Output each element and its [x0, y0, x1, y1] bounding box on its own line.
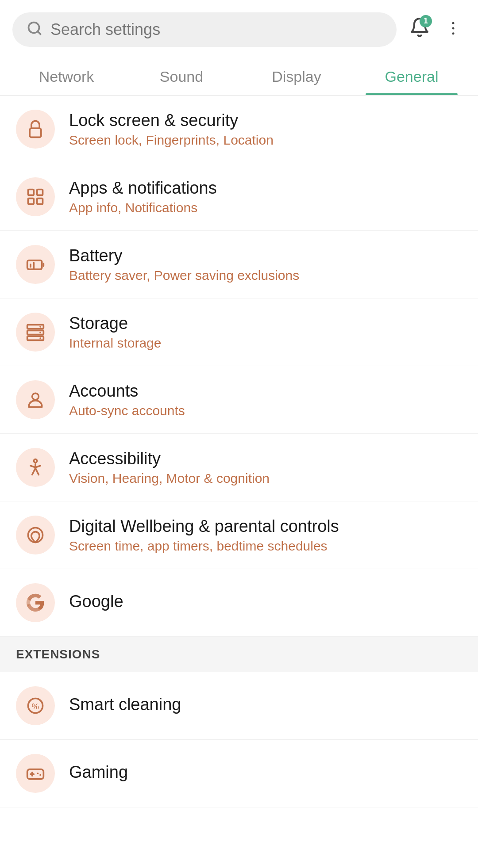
svg-rect-25 [27, 769, 44, 779]
search-bar[interactable] [12, 12, 397, 47]
wellbeing-subtitle: Screen time, app timers, bedtime schedul… [69, 539, 462, 554]
svg-rect-9 [37, 199, 43, 204]
svg-point-2 [452, 22, 455, 24]
svg-text:%: % [32, 702, 39, 711]
accounts-subtitle: Auto-sync accounts [69, 403, 462, 418]
header-actions: 1 [405, 13, 466, 46]
google-text: Google [69, 592, 462, 614]
tab-display[interactable]: Display [239, 56, 354, 95]
svg-point-26 [37, 772, 39, 774]
settings-item-gaming[interactable]: Gaming [0, 740, 478, 807]
settings-item-storage[interactable]: Storage Internal storage [0, 298, 478, 366]
settings-item-accessibility[interactable]: Accessibility Vision, Hearing, Motor & c… [0, 434, 478, 501]
settings-item-smart-cleaning[interactable]: % Smart cleaning [0, 672, 478, 740]
google-title: Google [69, 592, 462, 611]
cleaning-icon-circle: % [16, 686, 55, 725]
settings-item-apps-notifications[interactable]: Apps & notifications App info, Notificat… [0, 163, 478, 231]
accessibility-text: Accessibility Vision, Hearing, Motor & c… [69, 449, 462, 486]
settings-list: Lock screen & security Screen lock, Fing… [0, 96, 478, 807]
smart-cleaning-title: Smart cleaning [69, 695, 462, 714]
battery-subtitle: Battery saver, Power saving exclusions [69, 268, 462, 283]
storage-icon-circle [16, 313, 55, 352]
svg-point-16 [39, 326, 41, 328]
tab-network[interactable]: Network [9, 56, 124, 95]
gaming-icon-circle [16, 754, 55, 793]
accessibility-subtitle: Vision, Hearing, Motor & cognition [69, 471, 462, 486]
accounts-icon-circle [16, 380, 55, 419]
settings-item-accounts[interactable]: Accounts Auto-sync accounts [0, 366, 478, 434]
svg-rect-10 [27, 260, 42, 269]
settings-item-lock-screen[interactable]: Lock screen & security Screen lock, Fing… [0, 96, 478, 163]
lock-screen-title: Lock screen & security [69, 111, 462, 130]
google-icon-circle [16, 583, 55, 622]
notification-button[interactable]: 1 [405, 13, 434, 46]
notification-badge: 1 [420, 15, 432, 27]
svg-rect-7 [37, 190, 43, 195]
settings-item-google[interactable]: Google [0, 569, 478, 637]
accessibility-title: Accessibility [69, 449, 462, 468]
tab-general[interactable]: General [354, 56, 469, 95]
svg-point-18 [39, 337, 41, 339]
lock-screen-icon-circle [16, 110, 55, 149]
svg-rect-5 [30, 128, 41, 137]
settings-item-battery[interactable]: Battery Battery saver, Power saving excl… [0, 231, 478, 298]
apps-notifications-text: Apps & notifications App info, Notificat… [69, 179, 462, 215]
gaming-title: Gaming [69, 763, 462, 782]
search-input[interactable] [50, 20, 382, 39]
accounts-title: Accounts [69, 382, 462, 401]
svg-point-3 [452, 27, 455, 29]
search-icon [27, 20, 42, 39]
svg-point-22 [28, 528, 43, 543]
storage-subtitle: Internal storage [69, 336, 462, 351]
lock-screen-text: Lock screen & security Screen lock, Fing… [69, 111, 462, 148]
battery-icon-circle [16, 245, 55, 284]
extensions-section-header: EXTENSIONS [0, 637, 478, 672]
svg-point-19 [32, 393, 39, 400]
header: 1 [0, 0, 478, 56]
svg-point-4 [452, 32, 455, 34]
gaming-text: Gaming [69, 763, 462, 784]
svg-point-21 [34, 459, 37, 463]
more-options-button[interactable] [441, 14, 466, 46]
apps-notifications-subtitle: App info, Notifications [69, 200, 462, 215]
settings-item-digital-wellbeing[interactable]: Digital Wellbeing & parental controls Sc… [0, 501, 478, 569]
svg-point-17 [39, 332, 41, 333]
wellbeing-icon-circle [16, 516, 55, 554]
storage-text: Storage Internal storage [69, 314, 462, 351]
svg-rect-8 [28, 199, 34, 204]
accessibility-icon-circle [16, 448, 55, 487]
svg-rect-6 [28, 190, 34, 195]
apps-notifications-title: Apps & notifications [69, 179, 462, 198]
tabs-bar: Network Sound Display General [0, 56, 478, 96]
svg-point-27 [39, 774, 41, 776]
wellbeing-text: Digital Wellbeing & parental controls Sc… [69, 517, 462, 554]
accounts-text: Accounts Auto-sync accounts [69, 382, 462, 418]
battery-title: Battery [69, 246, 462, 265]
battery-text: Battery Battery saver, Power saving excl… [69, 246, 462, 283]
apps-icon-circle [16, 177, 55, 216]
wellbeing-title: Digital Wellbeing & parental controls [69, 517, 462, 536]
lock-screen-subtitle: Screen lock, Fingerprints, Location [69, 133, 462, 148]
tab-sound[interactable]: Sound [124, 56, 239, 95]
smart-cleaning-text: Smart cleaning [69, 695, 462, 717]
svg-line-1 [38, 31, 41, 34]
storage-title: Storage [69, 314, 462, 333]
